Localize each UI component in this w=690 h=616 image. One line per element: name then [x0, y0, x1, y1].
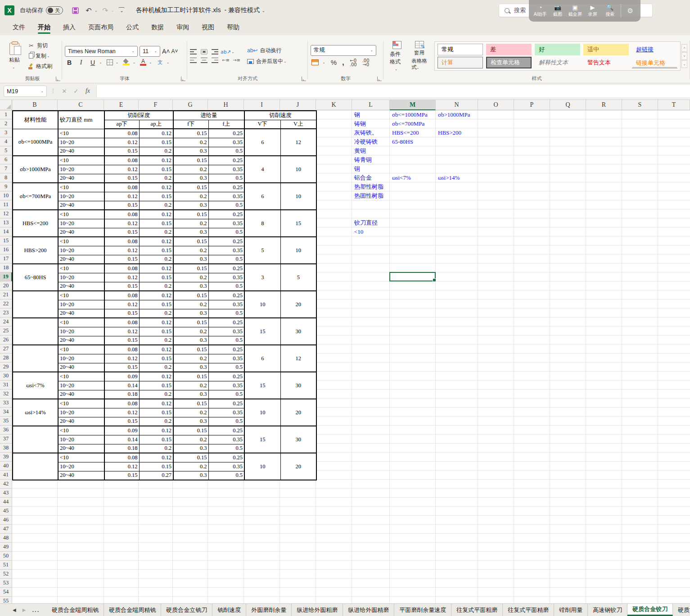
cell-f-low[interactable]: 0.15 [173, 399, 208, 408]
align-center-button[interactable] [201, 58, 207, 63]
cell-f-high[interactable]: 0.25 [208, 264, 244, 273]
cell-style-bad[interactable]: 差 [486, 44, 532, 55]
cell-ap-high[interactable]: 0.15 [139, 462, 173, 471]
column-header-S[interactable]: S [622, 100, 658, 110]
row-header-53[interactable]: 53 [0, 579, 12, 588]
cell-ap-low[interactable]: 0.12 [104, 138, 139, 147]
cell-f-high[interactable]: 0.5 [208, 309, 244, 318]
cell-v-low[interactable]: 15 [244, 426, 280, 453]
cell-ap-high[interactable]: 0.12 [139, 291, 173, 300]
cell-ap-low[interactable]: 0.08 [104, 264, 139, 273]
cell-f-low[interactable]: 0.15 [173, 183, 208, 192]
cell-ap-low[interactable]: 0.15 [104, 336, 139, 345]
cell-v-low[interactable]: 15 [244, 372, 280, 399]
cell-f-high[interactable]: 0.35 [208, 219, 244, 228]
decrease-decimal-button[interactable]: .00→0 [362, 59, 370, 67]
cell-v-high[interactable]: 30 [280, 318, 316, 345]
bold-button[interactable]: B [66, 59, 73, 66]
cell-v-low[interactable]: 5 [244, 237, 280, 264]
cell-f-low[interactable]: 0.3 [173, 201, 208, 210]
cell-f-high[interactable]: 0.5 [208, 390, 244, 399]
cell-v-high[interactable]: 15 [280, 210, 316, 237]
overlay-tool-ai-assistant-icon[interactable]: ◔AI助手 [532, 4, 549, 18]
italic-button[interactable]: I [77, 59, 85, 66]
sheet-tab-硬质合金铰刀[interactable]: 硬质合金铰刀 [627, 604, 673, 616]
cell-text-L4[interactable]: 冷硬铸铁 [354, 137, 378, 146]
font-dialog-launcher-icon[interactable] [181, 77, 185, 81]
cell-ap-high[interactable]: 0.2 [139, 255, 173, 264]
cell-diameter[interactable]: 10~20 [58, 435, 104, 444]
row-header-14[interactable]: 14 [0, 227, 12, 236]
cell-diameter[interactable]: 10~20 [58, 327, 104, 336]
cell-f-low[interactable]: 0.15 [173, 345, 208, 354]
ribbon-tab-公式[interactable]: 公式 [121, 21, 144, 35]
cell-ap-low[interactable]: 0.12 [104, 219, 139, 228]
cell-f-low[interactable]: 0.3 [173, 228, 208, 237]
conditional-chevron-icon[interactable]: ⌄ [395, 67, 398, 71]
cell-text-L5[interactable]: 黄铜 [354, 146, 366, 155]
alignment-dialog-launcher-icon[interactable] [302, 77, 306, 81]
cell-v-high[interactable]: 20 [280, 453, 316, 480]
cell-diameter[interactable]: <10 [58, 318, 104, 327]
cell-diameter[interactable]: 20~40 [58, 444, 104, 453]
cell-ap-high[interactable]: 0.12 [139, 399, 173, 408]
cell-f-low[interactable]: 0.2 [173, 435, 208, 444]
cell-ap-low[interactable]: 0.08 [104, 210, 139, 219]
cell-material[interactable]: ωsi<7% [13, 372, 58, 399]
ribbon-tab-页面布局[interactable]: 页面布局 [83, 21, 119, 35]
overlay-tool-record-screen-icon[interactable]: ▶录屏 [584, 4, 601, 18]
cell-diameter[interactable]: <10 [58, 210, 104, 219]
name-box-chevron-icon[interactable]: ⌄ [41, 89, 44, 93]
row-header-11[interactable]: 11 [0, 200, 12, 209]
cell-f-low[interactable]: 0.2 [173, 138, 208, 147]
cell-ap-low[interactable]: 0.12 [104, 273, 139, 282]
cell-f-low[interactable]: 0.2 [173, 381, 208, 390]
cell-f-low[interactable]: 0.2 [173, 354, 208, 363]
sheet-tab-硬质合金立铣刀[interactable]: 硬质合金立铣刀 [161, 604, 212, 616]
borders-chevron-icon[interactable]: ⌄ [116, 60, 119, 64]
cell-f-low[interactable]: 0.3 [173, 417, 208, 426]
cell-ap-high[interactable]: 0.2 [139, 282, 173, 291]
cell-text-N8[interactable]: ωsi>14% [438, 173, 460, 182]
cell-f-low[interactable]: 0.15 [173, 156, 208, 165]
ribbon-tab-开始[interactable]: 开始 [32, 21, 56, 35]
cell-v-low[interactable]: 6 [244, 345, 280, 372]
cell-ap-high[interactable]: 0.12 [139, 453, 173, 462]
cell-ap-high[interactable]: 0.2 [139, 417, 173, 426]
row-header-17[interactable]: 17 [0, 254, 12, 263]
cell-ap-high[interactable]: 0.2 [139, 174, 173, 183]
align-middle-button[interactable] [201, 49, 207, 54]
insert-function-button[interactable]: fx [83, 87, 93, 95]
cell-diameter[interactable]: <10 [58, 291, 104, 300]
row-header-9[interactable]: 9 [0, 182, 12, 191]
orientation-button[interactable]: ab↗ [222, 49, 229, 55]
copy-button[interactable]: 复制⌄ [26, 52, 54, 60]
cell-f-low[interactable]: 0.3 [173, 255, 208, 264]
cell-ap-high[interactable]: 0.15 [139, 327, 173, 336]
conditional-formatting-button[interactable]: 条件格式 ⌄ [386, 39, 408, 73]
cell-f-high[interactable]: 0.5 [208, 147, 244, 156]
column-header-I[interactable]: I [244, 100, 280, 110]
row-header-5[interactable]: 5 [0, 146, 12, 155]
cell-f-high[interactable]: 0.25 [208, 399, 244, 408]
row-header-43[interactable]: 43 [0, 489, 12, 498]
copy-chevron-icon[interactable]: ⌄ [47, 54, 50, 58]
cell-ap-high[interactable]: 0.15 [139, 165, 173, 174]
underline-button[interactable]: U [89, 59, 96, 66]
cell-ap-low[interactable]: 0.08 [104, 291, 139, 300]
gallery-up-icon[interactable]: ˄ [681, 44, 687, 52]
row-header-49[interactable]: 49 [0, 543, 12, 552]
row-header-15[interactable]: 15 [0, 236, 12, 245]
cell-ap-low[interactable]: 0.08 [104, 453, 139, 462]
align-bottom-button[interactable] [212, 49, 218, 54]
cell-f-high[interactable]: 0.35 [208, 327, 244, 336]
cell-ap-high[interactable]: 0.2 [139, 147, 173, 156]
cell-f-high[interactable]: 0.25 [208, 237, 244, 246]
cell-style-linked[interactable]: 链接单元格 [632, 59, 677, 68]
cell-diameter[interactable]: 20~40 [58, 282, 104, 291]
cell-diameter[interactable]: 20~40 [58, 255, 104, 264]
column-header-G[interactable]: G [173, 100, 208, 110]
sheet-tab-硬质合金端周精铣[interactable]: 硬质合金端周精铣 [104, 604, 161, 616]
cell-diameter[interactable]: 20~40 [58, 471, 104, 480]
cell-style-check[interactable]: 检查单元格 [486, 57, 532, 68]
